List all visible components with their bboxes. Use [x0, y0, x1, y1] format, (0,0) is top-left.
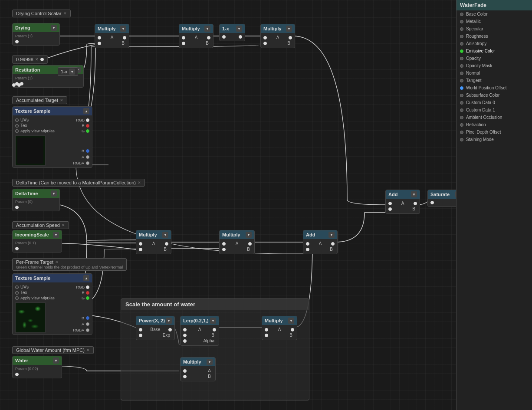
1x-main-expand[interactable]: ▼ — [236, 26, 242, 32]
t1-b-out[interactable] — [86, 149, 89, 153]
pow-base-in[interactable] — [139, 328, 142, 331]
m7-b-in[interactable] — [183, 375, 187, 378]
multiply3-expand[interactable]: ▼ — [286, 26, 292, 32]
value-out-pin[interactable] — [40, 58, 44, 61]
m4-out[interactable] — [165, 242, 168, 246]
panel-item-custom0[interactable]: Custom Data 0 — [456, 99, 532, 106]
panel-item-opacity-mask[interactable]: Opacity Mask — [456, 62, 532, 69]
m2-a-in[interactable] — [182, 36, 185, 39]
panel-item-base-color[interactable]: Base Color — [456, 10, 532, 18]
m6-b-in[interactable] — [265, 334, 268, 337]
dot-base-color — [460, 13, 463, 16]
add1-expand[interactable]: ▼ — [411, 191, 417, 197]
m6-out[interactable] — [291, 328, 294, 331]
m2-b-in[interactable] — [182, 42, 185, 45]
t2-b-out[interactable] — [86, 316, 89, 320]
m4-b-in[interactable] — [139, 248, 142, 251]
panel-item-ambient[interactable]: Ambient Occlusion — [456, 114, 532, 121]
m1-a-in[interactable] — [98, 36, 101, 39]
t1-rgb-out[interactable] — [86, 118, 89, 122]
multiply6-expand[interactable]: ▼ — [288, 318, 294, 324]
saturate1-in[interactable] — [430, 201, 434, 204]
t1-r-out[interactable] — [86, 124, 89, 128]
add2-a-in[interactable] — [306, 242, 309, 246]
m1-out[interactable] — [123, 36, 126, 39]
t1-g-out[interactable] — [86, 129, 89, 133]
m6-a-in[interactable] — [265, 328, 268, 331]
multiply1-expand[interactable]: ▼ — [120, 26, 126, 32]
lerp-alpha-in[interactable] — [183, 339, 187, 343]
m5-a-in[interactable] — [222, 242, 226, 246]
1x-in[interactable] — [222, 35, 226, 39]
power-title: Power(X, 2) — [139, 318, 165, 323]
deltatime-expand[interactable]: ▼ — [51, 190, 57, 197]
m5-out[interactable] — [248, 242, 252, 246]
add1-out[interactable] — [414, 202, 417, 205]
m3-b-in[interactable] — [263, 42, 267, 45]
water-out[interactable] — [15, 373, 19, 376]
m3-a-in[interactable] — [263, 36, 267, 39]
node-drying-expand[interactable]: ▼ — [51, 25, 57, 31]
lerp-a-in[interactable] — [183, 328, 187, 331]
panel-item-metallic[interactable]: Metallic — [456, 18, 532, 25]
t1-uvs-in[interactable] — [15, 118, 19, 122]
t2-a-out[interactable] — [86, 322, 89, 326]
lerp-b-in[interactable] — [183, 334, 187, 337]
t1-tex-in[interactable] — [15, 124, 19, 128]
panel-item-specular[interactable]: Specular — [456, 25, 532, 33]
deltatime-out[interactable] — [15, 206, 19, 209]
incomingscale-out[interactable] — [15, 247, 19, 250]
restitution-out1[interactable] — [12, 83, 16, 87]
multiply5-expand[interactable]: ▼ — [246, 232, 252, 238]
panel-item-roughness[interactable]: Roughness — [456, 33, 532, 40]
m1-b-in[interactable] — [98, 42, 101, 45]
drying-out-pin[interactable] — [15, 40, 19, 43]
t1-rgba-out[interactable] — [86, 161, 89, 165]
t1-a-out[interactable] — [86, 155, 89, 159]
incomingscale-expand[interactable]: ▼ — [53, 232, 59, 238]
lerp-out[interactable] — [213, 328, 216, 331]
pow-exp-in[interactable] — [139, 334, 142, 337]
m7-a-in[interactable] — [183, 369, 187, 373]
multiply7-expand[interactable]: ▼ — [207, 359, 213, 365]
panel-item-anisotropy[interactable]: Anisotropy — [456, 40, 532, 47]
pow-out[interactable] — [168, 328, 172, 331]
panel-item-opacity[interactable]: Opacity — [456, 55, 532, 62]
m2-out[interactable] — [207, 36, 210, 39]
panel-item-refraction[interactable]: Refraction — [456, 121, 532, 128]
t2-uvs-in[interactable] — [15, 285, 19, 289]
add1-b-in[interactable] — [388, 207, 392, 211]
panel-item-pixel-depth[interactable]: Pixel Depth Offset — [456, 128, 532, 136]
panel-item-world-pos[interactable]: World Position Offset — [456, 84, 532, 92]
panel-item-tangent[interactable]: Tangent — [456, 77, 532, 84]
multiply4-expand[interactable]: ▼ — [162, 232, 168, 238]
texture2-expand[interactable]: ▲ — [83, 275, 89, 281]
add2-b-in[interactable] — [306, 248, 309, 251]
multiply2-expand[interactable]: ▼ — [204, 26, 210, 32]
1x-out[interactable] — [239, 35, 242, 39]
add1-a-in[interactable] — [388, 202, 392, 205]
panel-item-staining[interactable]: Staining Mode — [456, 136, 532, 143]
panel-item-normal[interactable]: Normal — [456, 69, 532, 77]
t2-tex-in[interactable] — [15, 291, 19, 295]
add2-expand[interactable]: ▼ — [328, 232, 335, 238]
m3-out[interactable] — [289, 36, 292, 39]
panel-item-custom1[interactable]: Custom Data 1 — [456, 106, 532, 114]
texture1-expand[interactable]: ▲ — [83, 108, 89, 114]
lerp-expand[interactable]: ▼ — [210, 318, 216, 324]
panel-item-subsurface[interactable]: Subsurface Color — [456, 92, 532, 99]
m4-a-in[interactable] — [139, 242, 142, 246]
1x-expand[interactable]: ▼ — [69, 69, 75, 75]
m5-b-in[interactable] — [222, 248, 226, 251]
panel-item-emissive[interactable]: Emissive Color — [456, 47, 532, 55]
t2-g-out[interactable] — [86, 296, 89, 300]
water-expand[interactable]: ▼ — [53, 358, 59, 364]
add2-out[interactable] — [331, 242, 335, 246]
t2-r-out[interactable] — [86, 291, 89, 295]
t2-mip-in[interactable] — [15, 296, 19, 300]
t2-rgb-out[interactable] — [86, 285, 89, 289]
power-expand[interactable]: ▼ — [166, 318, 172, 324]
t1-mip-in[interactable] — [15, 129, 19, 133]
t2-rgba-out[interactable] — [86, 328, 89, 332]
restitution-out2[interactable] — [17, 83, 21, 87]
